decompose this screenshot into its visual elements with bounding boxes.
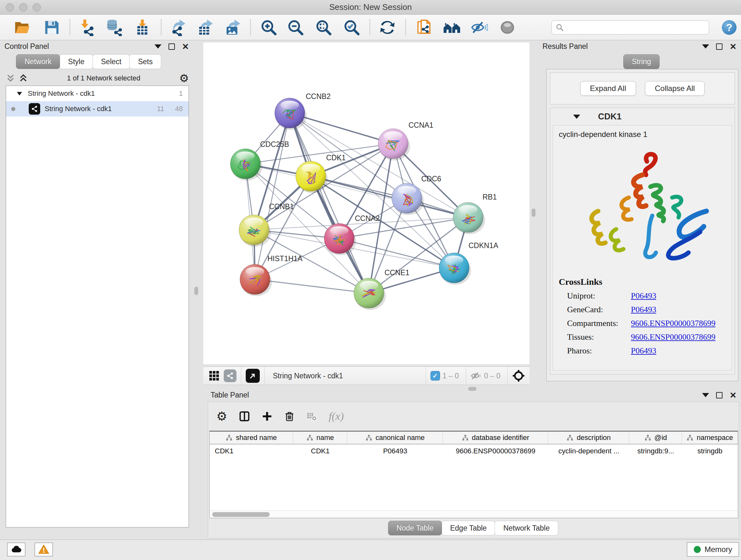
network-node-CCNA2[interactable] — [324, 224, 356, 255]
table-cell[interactable]: 9606.ENSP00000378699 — [443, 444, 548, 458]
table-options-gear-icon[interactable]: ⚙ — [216, 410, 227, 422]
show-all-button[interactable] — [497, 17, 518, 38]
tab-string[interactable]: String — [623, 54, 660, 69]
scrollbar-thumb[interactable] — [212, 512, 270, 517]
network-node-CDC6[interactable] — [392, 183, 424, 215]
save-session-button[interactable] — [42, 17, 62, 38]
crosslink-link[interactable]: 9606.ENSP00000378699 — [631, 319, 716, 328]
selected-indicator-checkbox[interactable]: ✓ — [430, 371, 440, 381]
network-node-HIST1H1A[interactable] — [240, 264, 272, 296]
network-edge-HIST1H1A-CCNE1[interactable] — [255, 279, 369, 293]
network-row-selected[interactable]: String Network - cdk1 11 48 — [6, 101, 189, 117]
network-node-CCNE1[interactable] — [354, 278, 386, 310]
tab-network[interactable]: Network — [16, 54, 60, 69]
collection-expander-icon[interactable] — [16, 91, 23, 96]
collapse-all-button[interactable]: Collapse All — [645, 81, 704, 96]
birdseye-grid-icon[interactable] — [208, 370, 220, 381]
table-cell[interactable]: cyclin-dependent ... — [548, 444, 630, 458]
import-table-from-file-button[interactable] — [132, 17, 152, 38]
warnings-button[interactable] — [35, 543, 53, 557]
table-cell[interactable]: CDK1 — [293, 444, 347, 458]
column-header-description[interactable]: description — [548, 432, 630, 444]
refresh-button[interactable] — [377, 17, 398, 38]
export-image-button[interactable] — [222, 17, 243, 38]
column-header-shared-name[interactable]: shared name — [210, 432, 293, 444]
open-session-button[interactable] — [12, 17, 32, 38]
gene-section-header[interactable]: CDK1 — [550, 108, 735, 125]
maximize-panel-icon[interactable] — [716, 44, 723, 50]
hide-selected-button[interactable] — [469, 17, 489, 38]
float-panel-icon[interactable] — [154, 44, 161, 49]
network-edge-CDK1-RB1[interactable] — [311, 176, 468, 217]
close-panel-icon[interactable]: ✕ — [730, 44, 737, 50]
tab-edge-table[interactable]: Edge Table — [441, 521, 495, 536]
tab-network-table[interactable]: Network Table — [495, 521, 558, 536]
network-options-gear-icon[interactable]: ⚙ — [179, 73, 189, 84]
column-header-name[interactable]: name — [293, 432, 347, 444]
close-window-button[interactable] — [6, 3, 14, 11]
memory-button[interactable]: Memory — [687, 542, 739, 557]
tab-node-table[interactable]: Node Table — [388, 521, 442, 536]
network-node-CCNA1[interactable] — [378, 129, 410, 161]
zoom-in-button[interactable] — [259, 17, 279, 38]
network-node-RB1[interactable] — [453, 202, 485, 234]
tab-select[interactable]: Select — [92, 54, 130, 69]
new-network-from-selection-button[interactable] — [414, 17, 434, 38]
search-input[interactable] — [567, 21, 705, 34]
table-row[interactable]: CDK1CDK1P064939606.ENSP00000378699cyclin… — [210, 444, 738, 458]
network-node-CDC25B[interactable] — [230, 149, 262, 181]
collapse-all-networks-icon[interactable] — [6, 74, 15, 82]
help-button[interactable]: ? — [722, 20, 737, 35]
table-cell[interactable]: CDK1 — [210, 444, 293, 458]
expand-all-button[interactable]: Expand All — [580, 81, 636, 96]
maximize-panel-icon[interactable] — [716, 392, 723, 398]
close-panel-icon[interactable]: ✕ — [730, 392, 737, 398]
crosslink-link[interactable]: P06493 — [631, 305, 656, 314]
center-view-crosshair-icon[interactable] — [512, 369, 525, 382]
zoom-selected-button[interactable] — [341, 17, 362, 38]
zoom-fit-button[interactable] — [313, 17, 334, 38]
network-node-CDKN1A[interactable] — [439, 253, 471, 285]
export-table-button[interactable] — [195, 17, 215, 38]
network-collection-row[interactable]: String Network - cdk1 1 — [6, 86, 189, 101]
column-header--id[interactable]: @id — [629, 432, 682, 444]
horizontal-splitter-handle[interactable] — [468, 387, 476, 391]
column-header-canonical-name[interactable]: canonical name — [347, 432, 443, 444]
maximize-panel-icon[interactable] — [169, 44, 175, 50]
close-panel-icon[interactable]: ✕ — [182, 44, 189, 50]
network-node-CDK1[interactable] — [296, 161, 328, 193]
crosslink-link[interactable]: 9606.ENSP00000378699 — [631, 332, 716, 342]
column-header-database-identifier[interactable]: database identifier — [443, 432, 548, 444]
table-cell[interactable]: P06493 — [347, 444, 443, 458]
column-header-namespace[interactable]: namespace — [682, 432, 738, 444]
zoom-window-button[interactable] — [32, 3, 41, 11]
left-splitter-handle[interactable] — [194, 287, 198, 295]
float-panel-icon[interactable] — [702, 44, 709, 49]
cloud-status-button[interactable] — [7, 543, 25, 557]
minimize-window-button[interactable] — [19, 3, 27, 11]
first-neighbors-button[interactable] — [442, 17, 462, 38]
table-horizontal-scrollbar[interactable] — [209, 510, 738, 518]
zoom-out-button[interactable] — [285, 17, 306, 38]
tab-style[interactable]: Style — [59, 54, 93, 69]
expand-all-networks-icon[interactable] — [18, 74, 28, 82]
crosslink-link[interactable]: P06493 — [631, 291, 656, 301]
export-network-button[interactable] — [167, 17, 188, 38]
tab-sets[interactable]: Sets — [129, 54, 161, 69]
detach-view-button[interactable] — [246, 369, 260, 383]
table-cell[interactable]: stringdb — [682, 444, 738, 458]
right-splitter-handle[interactable] — [532, 208, 536, 217]
network-node-CCNB2[interactable] — [275, 98, 307, 130]
crosslink-link[interactable]: P06493 — [631, 346, 656, 356]
show-columns-icon[interactable] — [239, 411, 250, 422]
table-cell[interactable]: stringdb:9... — [629, 444, 682, 458]
delete-column-trash-icon[interactable] — [284, 411, 295, 422]
network-canvas[interactable]: CCNB2CCNA1CDC25BCDK1CDC6RB1CCNB1CCNA2CDK… — [203, 43, 529, 364]
network-edge-CCNB2-CCNE1[interactable] — [290, 113, 369, 293]
create-column-icon[interactable] — [262, 411, 273, 422]
import-network-from-database-button[interactable] — [104, 17, 125, 38]
float-panel-icon[interactable] — [702, 393, 709, 397]
network-type-icon[interactable] — [224, 369, 237, 382]
import-network-from-file-button[interactable] — [77, 17, 97, 38]
section-expander-icon[interactable] — [573, 115, 580, 119]
